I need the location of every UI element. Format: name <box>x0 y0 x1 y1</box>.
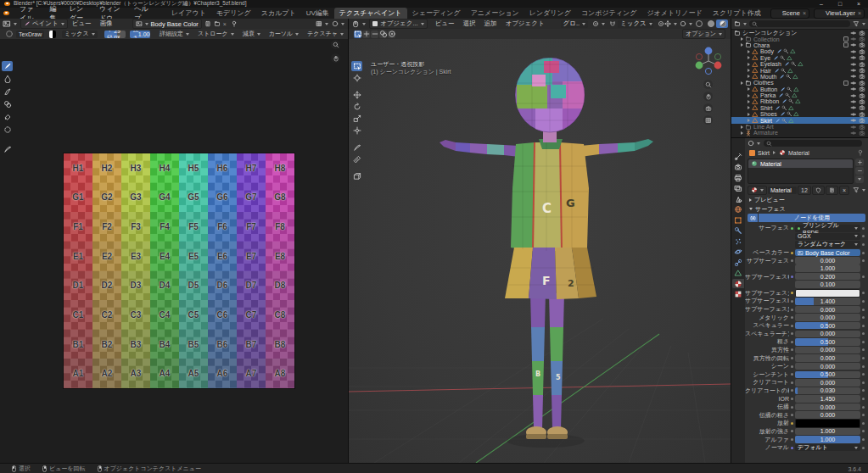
disclosure-icon[interactable] <box>748 63 750 66</box>
disclosure-icon[interactable] <box>741 37 743 41</box>
popover-カーソル[interactable]: カーソル <box>265 30 304 38</box>
grid-cell-E1[interactable]: E1 <box>64 242 92 271</box>
properties-tab-output[interactable] <box>732 173 744 182</box>
exclude-checkbox[interactable] <box>843 36 848 42</box>
fake-user-button[interactable] <box>812 186 825 195</box>
decorator-dot[interactable] <box>862 414 865 416</box>
tool-annotate-button[interactable] <box>2 144 13 154</box>
prop-slider[interactable]: 0.500 <box>795 371 860 379</box>
disclosure-icon[interactable] <box>748 100 750 103</box>
decorator-dot[interactable] <box>862 259 865 262</box>
grid-cell-E3[interactable]: E3 <box>121 242 150 271</box>
unlink-image-icon[interactable]: × <box>223 21 227 27</box>
prop-slider[interactable]: 0.500 <box>795 322 860 330</box>
properties-tab-object-data[interactable] <box>732 269 744 278</box>
unlink-material-button[interactable]: × <box>839 186 849 195</box>
properties-search-input[interactable] <box>764 140 862 147</box>
shading-material-toggle[interactable] <box>716 19 728 28</box>
prop-slider[interactable]: 0.000 <box>795 411 860 419</box>
grid-cell-D3[interactable]: D3 <box>121 271 150 301</box>
outliner-row-Skirt[interactable]: Skirt <box>731 117 868 123</box>
display-settings-icon[interactable] <box>332 20 339 27</box>
image-datablock[interactable]: Body Base Color <box>132 19 202 29</box>
workspace-tab-レンダリング[interactable]: レンダリング <box>524 8 576 19</box>
prop-slider[interactable]: 0.000 <box>795 331 860 338</box>
secondary-color-swatch[interactable] <box>53 31 56 38</box>
grid-cell-F2[interactable]: F2 <box>92 212 121 242</box>
shading-solid-toggle[interactable] <box>704 19 716 28</box>
grid-cell-A6[interactable]: A6 <box>208 359 237 388</box>
new-image-icon[interactable] <box>204 20 211 27</box>
options-dropdown[interactable]: オプション <box>682 29 725 39</box>
grid-cell-D2[interactable]: D2 <box>92 271 121 301</box>
scene-selector[interactable]: Scene × <box>770 8 809 19</box>
decorator-dot[interactable] <box>862 389 865 392</box>
grid-cell-F7[interactable]: F7 <box>237 212 266 242</box>
grid-cell-G7[interactable]: G7 <box>237 183 266 213</box>
snap-magnet-icon[interactable] <box>609 20 616 27</box>
grid-cell-E4[interactable]: E4 <box>150 242 179 271</box>
prop-slider[interactable]: 0.000 <box>795 257 860 264</box>
slot-specials-button[interactable] <box>855 175 864 183</box>
image-canvas[interactable]: H1H2H3H4H5H6H7H8G1G2G3G4G5G6G7G8F1F2F3F4… <box>0 39 348 463</box>
grid-cell-B4[interactable]: B4 <box>150 330 179 359</box>
grid-cell-G6[interactable]: G6 <box>208 183 237 213</box>
remove-slot-button[interactable] <box>855 167 864 175</box>
mode-dropdown[interactable]: オブジェク... <box>369 19 428 29</box>
decorator-dot[interactable] <box>862 357 865 359</box>
viewport-canvas[interactable]: CGF2B5 ユーザー・透視投影 (1) シーンコレクション | Skirt <box>349 39 731 463</box>
decorator-dot[interactable] <box>862 438 865 441</box>
viewport-pan-icon[interactable] <box>703 92 713 101</box>
disclosure-icon[interactable] <box>741 43 743 47</box>
grid-cell-D1[interactable]: D1 <box>64 271 92 301</box>
decorator-dot[interactable] <box>862 365 865 368</box>
menu-view[interactable]: ビュー <box>68 19 96 28</box>
editor-type-image-icon[interactable] <box>3 19 11 28</box>
pin-icon[interactable] <box>231 20 238 27</box>
decorator-dot[interactable] <box>862 252 865 254</box>
editor-type-outliner-icon[interactable] <box>734 20 741 27</box>
grid-cell-F8[interactable]: F8 <box>266 212 294 242</box>
material-slot-list[interactable]: Material <box>748 159 854 184</box>
properties-tab-view-layer[interactable] <box>732 184 744 193</box>
grid-cell-B1[interactable]: B1 <box>64 330 92 359</box>
grid-cell-C1[interactable]: C1 <box>64 300 92 330</box>
grid-cell-H6[interactable]: H6 <box>208 153 237 183</box>
prop-slider[interactable]: 0.000 <box>795 306 860 314</box>
properties-tab-tool[interactable] <box>732 152 744 161</box>
disclosure-icon[interactable] <box>748 56 750 59</box>
properties-tab-modifiers[interactable] <box>732 226 744 236</box>
grid-cell-E6[interactable]: E6 <box>208 242 237 271</box>
popover-詳細設定[interactable]: 詳細設定 <box>155 30 193 38</box>
prop-enum[interactable]: GGX <box>795 233 860 241</box>
prop-slider[interactable]: 0.000 <box>795 403 860 411</box>
grid-cell-G8[interactable]: G8 <box>266 183 294 213</box>
pin-icon[interactable] <box>857 149 864 156</box>
decorator-dot[interactable] <box>862 406 865 409</box>
character-model[interactable]: CGF2B5 <box>440 54 653 448</box>
grid-cell-F5[interactable]: F5 <box>179 212 208 242</box>
tool-transform-button[interactable] <box>351 125 362 136</box>
open-image-icon[interactable] <box>214 20 221 27</box>
properties-tab-physics[interactable] <box>732 248 744 257</box>
disclosure-icon[interactable] <box>748 75 750 78</box>
grid-cell-D6[interactable]: D6 <box>208 271 237 301</box>
snap-dropdown[interactable]: ミックス <box>618 20 653 28</box>
workspace-tab-アニメーション[interactable]: アニメーション <box>466 8 524 19</box>
minimize-button[interactable]: – <box>812 0 831 8</box>
workspace-tab-ジオメトリノード[interactable]: ジオメトリノード <box>641 8 707 19</box>
select-mode-4[interactable] <box>388 31 395 38</box>
grid-cell-B3[interactable]: B3 <box>121 330 150 359</box>
prop-slider[interactable]: 1.000 <box>795 436 860 443</box>
grid-cell-E7[interactable]: E7 <box>237 242 266 271</box>
decorator-dot[interactable] <box>862 309 865 311</box>
tool-smear-button[interactable] <box>2 86 13 97</box>
navigation-axis-gizmo[interactable] <box>693 46 724 76</box>
prop-slider[interactable]: 0.000 <box>795 379 860 387</box>
decorator-dot[interactable] <box>862 348 865 351</box>
brush-name-field[interactable]: TexDraw <box>16 31 44 38</box>
decorator-dot[interactable] <box>862 447 865 449</box>
disclosure-icon[interactable] <box>748 94 750 97</box>
grid-cell-F1[interactable]: F1 <box>64 212 92 242</box>
tool-move-button[interactable] <box>351 90 362 100</box>
